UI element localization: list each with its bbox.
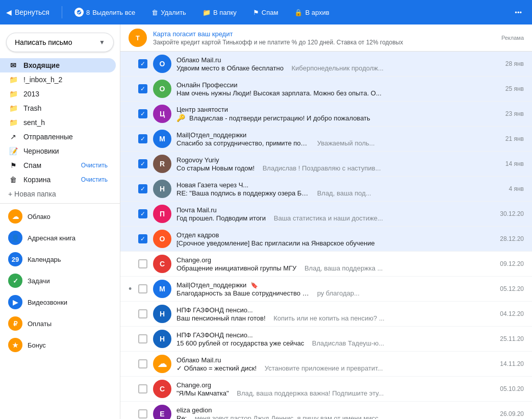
checkbox[interactable]: ✓: [138, 184, 148, 194]
new-folder-button[interactable]: + Новая папка: [0, 187, 120, 201]
table-row[interactable]: Н НПФ ГАЗФОНД пенсио... 15 600 рублей от…: [120, 327, 532, 352]
avatar: П: [153, 205, 171, 223]
table-row[interactable]: ✓ П Почта Mail.ru Год прошел. Подводим и…: [120, 202, 532, 227]
checkbox[interactable]: [138, 284, 148, 294]
email-date: 25.11.20: [500, 335, 524, 342]
table-row[interactable]: C Change.org "Я/Мы Камчатка" Влад, ваша …: [120, 377, 532, 402]
app-item-payments[interactable]: ₽ Оплаты: [0, 313, 120, 334]
table-row[interactable]: ☁ Облако Mail.ru ✓ Облако = жесткий диск…: [120, 352, 532, 377]
sidebar-item-spam[interactable]: ⚑ Спам Очистить: [0, 158, 116, 172]
checkbox[interactable]: [138, 384, 148, 394]
checkbox-checked-icon: ✓: [138, 134, 147, 143]
app-item-bonus[interactable]: ★ Бонус: [0, 334, 120, 356]
subject-preview-separator: [299, 264, 301, 272]
checkbox[interactable]: [138, 334, 148, 344]
email-date: 04.12.20: [500, 310, 524, 317]
email-body: Центр занятости 🔑 Владислав - подтверди …: [176, 106, 500, 122]
nav-label-trash2: Корзина: [23, 176, 76, 184]
sidebar-item-trash2[interactable]: 🗑 Корзина Очистить: [0, 172, 116, 187]
select-all-button[interactable]: 8 Выделить все: [70, 6, 139, 19]
table-row[interactable]: ✓ Н Новая Газета через Ч... RE: "Ваша по…: [120, 177, 532, 202]
email-body: eliza gedion Re: меня зовут пастор Джуд …: [176, 406, 495, 420]
checkbox[interactable]: [138, 309, 148, 319]
sidebar-item-sent[interactable]: ↗ Отправленные: [0, 130, 116, 144]
table-row[interactable]: Н НПФ ГАЗФОНД пенсио... Ваш пенсионный п…: [120, 302, 532, 327]
checkbox[interactable]: ✓: [138, 134, 148, 144]
spam-button[interactable]: ⚑ Спам: [249, 7, 283, 18]
table-row[interactable]: ✓ Ц Центр занятости 🔑 Владислав - подтве…: [120, 102, 532, 127]
sender-name: Облако Mail.ru: [176, 56, 221, 64]
sender-name: НПФ ГАЗФОНД пенсио...: [176, 331, 253, 339]
delete-icon: 🗑: [151, 9, 158, 16]
sender-name: Mail|Отдел_поддержки: [176, 131, 246, 139]
more-button[interactable]: •••: [511, 7, 526, 18]
email-body: Mail|Отдел_поддержки 🔖 Благодарность за …: [176, 281, 495, 297]
ad-title[interactable]: Карта погасит ваш кредит: [153, 30, 495, 38]
email-date: 25 янв: [505, 85, 524, 92]
compose-button[interactable]: Написать письмо ▼: [6, 33, 114, 52]
count-label: 8: [86, 9, 90, 16]
checkbox[interactable]: ✓: [138, 159, 148, 169]
archive-label: В архив: [305, 9, 329, 16]
table-row[interactable]: ✓ О Онлайн Профессии Нам очень нужны Люд…: [120, 77, 532, 102]
nav-action-trash2[interactable]: Очистить: [81, 176, 108, 183]
checkbox[interactable]: ✓: [138, 109, 148, 119]
table-row[interactable]: • M Mail|Отдел_поддержки 🔖 Благодарность…: [120, 277, 532, 302]
sidebar-item-sent_h[interactable]: 📁 sent_h: [0, 115, 116, 130]
email-list: Т Карта погасит ваш кредит Закройте кред…: [120, 24, 532, 419]
table-row[interactable]: ✓ О Облако Mail.ru Удвоим место в Облаке…: [120, 52, 532, 77]
checkbox[interactable]: ✓: [138, 209, 148, 219]
checkbox[interactable]: ✓: [138, 59, 148, 69]
email-subject: Нам очень нужны Люди! Высокая зарплата. …: [176, 89, 382, 97]
nav-icon-drafts: 📝: [8, 147, 18, 155]
email-body: Rogovoy Yuriy Со старым Новым годом! Вла…: [176, 156, 500, 172]
delete-button[interactable]: 🗑 Удалить: [147, 7, 190, 18]
email-subject: "Я/Мы Камчатка": [176, 389, 229, 397]
app-item-cloud[interactable]: ☁ Облако: [0, 206, 120, 227]
email-date: 05.10.20: [500, 385, 524, 392]
checkbox[interactable]: [138, 359, 148, 369]
checkbox-unchecked-icon: [138, 359, 147, 368]
archive-button[interactable]: 🔒 В архив: [290, 7, 333, 18]
ad-row: Т Карта погасит ваш кредит Закройте кред…: [120, 24, 532, 52]
table-row[interactable]: E eliza gedion Re: меня зовут пастор Джу…: [120, 402, 532, 419]
checkbox[interactable]: [138, 259, 148, 269]
folder-button[interactable]: 📁 В папку: [198, 7, 241, 18]
email-subject: Со старым Новым годом!: [176, 164, 255, 172]
avatar: C: [153, 380, 171, 398]
back-button[interactable]: ◀ Вернуться: [6, 8, 49, 16]
spam-icon: ⚑: [253, 9, 259, 16]
checkbox-unchecked-icon: [138, 259, 147, 268]
table-row[interactable]: C Change.org Обращение инициативной груп…: [120, 252, 532, 277]
checkbox[interactable]: ✓: [138, 234, 148, 244]
email-preview: ру благодар...: [317, 289, 495, 297]
app-item-calendar[interactable]: 29 Календарь: [0, 249, 120, 270]
app-item-tasks[interactable]: ✓ Задачи: [0, 270, 120, 291]
sidebar-item-trash[interactable]: 📁 Trash: [0, 101, 116, 115]
nav-label-sent_h: sent_h: [23, 118, 108, 127]
email-body: НПФ ГАЗФОНД пенсио... Ваш пенсионный пла…: [176, 306, 495, 322]
email-body: Облако Mail.ru Удвоим место в Облаке бес…: [176, 56, 500, 72]
email-date: 05.12.20: [500, 285, 524, 292]
table-row[interactable]: ✓ О Отдел кадров [Срочное уведомление] В…: [120, 227, 532, 252]
sidebar-item-y2013[interactable]: 📁 2013: [0, 87, 116, 101]
email-subject: Спасибо за сотрудничество, примите подар…: [176, 139, 309, 147]
apps-container: ☁ Облако 👤 Адресная книга 29 Календарь ✓…: [0, 206, 120, 356]
email-preview: Уважаемый поль...: [317, 139, 500, 147]
sender-name: Почта Mail.ru: [176, 206, 217, 214]
sidebar-item-drafts[interactable]: 📝 Черновики: [0, 144, 116, 158]
email-emoji: 🔑: [176, 114, 185, 122]
nav-action-spam[interactable]: Очистить: [81, 162, 108, 169]
app-label-payments: Оплаты: [28, 320, 52, 328]
app-item-video[interactable]: ▶ Видеозвонки: [0, 291, 120, 313]
email-preview: Владислав ! Поздравляю с наступив...: [263, 164, 500, 172]
sidebar-item-inbox[interactable]: ✉ Входящие: [0, 58, 116, 72]
nav-icon-spam: ⚑: [8, 161, 18, 169]
checkbox[interactable]: [138, 409, 148, 419]
sidebar-item-inbox_h2[interactable]: 📁 !_inbox_h_2: [0, 72, 116, 87]
checkbox[interactable]: ✓: [138, 84, 148, 94]
table-row[interactable]: ✓ R Rogovoy Yuriy Со старым Новым годом!…: [120, 152, 532, 177]
table-row[interactable]: ✓ M Mail|Отдел_поддержки Спасибо за сотр…: [120, 127, 532, 152]
app-item-contacts[interactable]: 👤 Адресная книга: [0, 227, 120, 249]
email-subject: [Срочное уведомление] Вас пригласили на …: [176, 239, 375, 247]
